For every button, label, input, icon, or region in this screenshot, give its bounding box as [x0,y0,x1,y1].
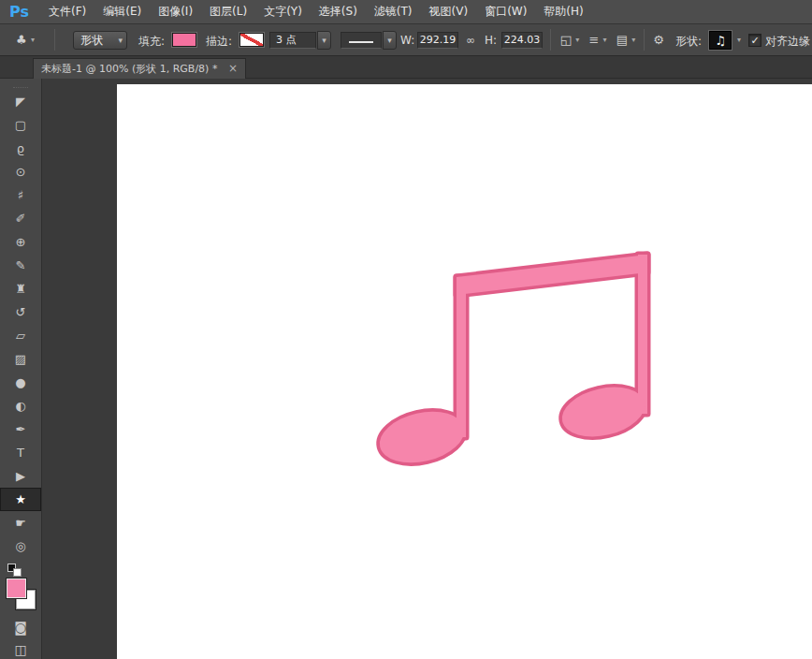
path-alignment-button[interactable]: ≡ ▾ [586,31,610,50]
menu-edit[interactable]: 编辑(E) [94,4,150,20]
shape-height-field[interactable]: 224.03 [501,32,543,49]
tool-brush[interactable]: ✎ [0,254,41,277]
path-alignment-icon: ≡ [588,33,599,47]
check-icon: ✓ [750,35,759,47]
chevron-down-icon: ▾ [737,36,741,44]
shape-width-field[interactable]: 292.19 [417,32,458,49]
blur-icon: ● [15,375,25,389]
separator [644,29,645,51]
menu-window[interactable]: 窗口(W) [476,4,535,20]
tool-spot-healing-brush[interactable]: ⊕ [0,230,41,254]
default-colors-icon[interactable] [7,564,24,577]
path-operations-icon: ◱ [560,33,572,47]
gear-icon: ⚙ [653,33,664,47]
menu-filter[interactable]: 滤镜(T) [366,4,421,20]
tool-rectangular-marquee[interactable]: ▢ [0,113,41,137]
quick-mask-button[interactable]: ◙ [0,616,41,638]
chevron-down-icon: ▾ [631,36,635,44]
tool-history-brush[interactable]: ↺ [0,300,41,324]
tool-eyedropper[interactable]: ✐ [0,207,41,230]
tool-eraser[interactable]: ▱ [0,324,41,347]
panel-grip[interactable] [13,79,28,88]
tool-move[interactable]: ◤ [0,90,41,113]
clone-stamp-icon: ♜ [15,282,26,296]
menu-bar: Ps 文件(F) 编辑(E) 图像(I) 图层(L) 文字(Y) 选择(S) 滤… [0,0,812,24]
screen-mode-icon: ◫ [14,642,26,657]
tool-dodge[interactable]: ◐ [0,394,41,417]
tool-pen[interactable]: ✒ [0,417,41,441]
stroke-width-field[interactable]: 3 点 [269,32,316,49]
tool-preset-picker[interactable]: ♣ ▾ [7,31,43,50]
menu-type[interactable]: 文字(Y) [255,4,311,20]
menu-view[interactable]: 视图(V) [421,4,477,20]
tool-preset-icon: ♣ [16,33,27,47]
tool-mode-dropdown[interactable]: 形状 ▾ [73,31,127,50]
eraser-icon: ▱ [16,329,25,343]
foreground-color-swatch[interactable] [7,578,26,598]
path-arrangement-icon: ▤ [616,33,628,47]
menu-file[interactable]: 文件(F) [40,4,94,20]
fill-label: 填充: [138,34,165,50]
fill-color-swatch[interactable] [172,33,196,47]
stroke-width-dropdown-button[interactable]: ▾ [317,31,331,50]
photoshop-logo: Ps [0,3,40,21]
options-bar: ♣ ▾ 形状 ▾ 填充: 描边: 3 点 ▾ ▾ W: 292.19 ∞ H: … [0,24,812,56]
quick-selection-icon: ⊙ [16,165,26,179]
geometry-options-button[interactable]: ⚙ [649,31,668,50]
color-swatches [0,578,41,616]
menu-image[interactable]: 图像(I) [150,4,201,20]
chevron-down-icon: ▾ [603,36,607,44]
tool-type[interactable]: T [0,441,41,464]
document-tab-bar: 未标题-1 @ 100% (形状 1, RGB/8) * × [0,56,812,79]
menu-layer[interactable]: 图层(L) [201,4,255,20]
gradient-icon: ▨ [15,352,26,366]
shape-picker-dropdown-button[interactable]: ▾ [733,31,745,50]
tool-crop[interactable]: ♯ [0,183,41,207]
document-tab[interactable]: 未标题-1 @ 100% (形状 1, RGB/8) * × [33,58,246,79]
stroke-color-swatch[interactable] [239,33,264,47]
custom-shape-thumbnail[interactable]: ♫ [709,31,732,50]
close-icon[interactable]: × [228,62,238,75]
tool-lasso[interactable]: ϱ [0,137,41,160]
chevron-down-icon: ▾ [387,36,392,45]
menu-help[interactable]: 帮助(H) [535,4,591,20]
link-dimensions-icon[interactable]: ∞ [462,31,479,50]
quick-mask-icon: ◙ [14,620,27,635]
healing-brush-icon: ⊕ [16,235,26,249]
tool-gradient[interactable]: ▨ [0,347,41,371]
tool-path-selection[interactable]: ▶ [0,464,41,488]
chevron-down-icon: ▾ [322,36,326,45]
stroke-style-dropdown-button[interactable]: ▾ [383,31,397,50]
tool-hand[interactable]: ☛ [0,511,41,535]
menu-select[interactable]: 选择(S) [311,4,366,20]
path-arrangement-button[interactable]: ▤ ▾ [614,31,638,50]
note-fill-layer [374,255,649,471]
screen-mode-button[interactable]: ◫ [0,638,41,659]
align-edges-checkbox[interactable]: ✓ [748,34,761,47]
tool-custom-shape[interactable]: ★ [0,488,41,511]
hand-icon: ☛ [15,516,26,530]
marquee-icon: ▢ [15,118,26,132]
tool-mode-value: 形状 [80,34,103,47]
stroke-style-line-icon [349,41,373,43]
path-selection-icon: ▶ [16,469,25,483]
chevron-down-icon: ▾ [31,36,35,44]
separator [54,29,55,51]
path-operations-button[interactable]: ◱ ▾ [558,31,582,50]
crop-icon: ♯ [18,188,23,202]
document-canvas[interactable] [117,84,812,659]
align-edges-label: 对齐边缘 [765,34,810,50]
width-label: W: [400,34,414,47]
move-icon: ◤ [16,95,25,109]
music-note-shape[interactable] [117,84,812,659]
tool-clone-stamp[interactable]: ♜ [0,277,41,300]
dodge-icon: ◐ [15,399,25,413]
tool-quick-selection[interactable]: ⊙ [0,160,41,183]
separator [550,29,551,51]
music-note-icon: ♫ [715,34,726,48]
stroke-label: 描边: [206,34,232,50]
history-brush-icon: ↺ [16,305,26,319]
tool-zoom[interactable]: ◎ [0,535,41,558]
stroke-style-picker[interactable] [341,32,382,49]
tool-blur[interactable]: ● [0,371,41,394]
